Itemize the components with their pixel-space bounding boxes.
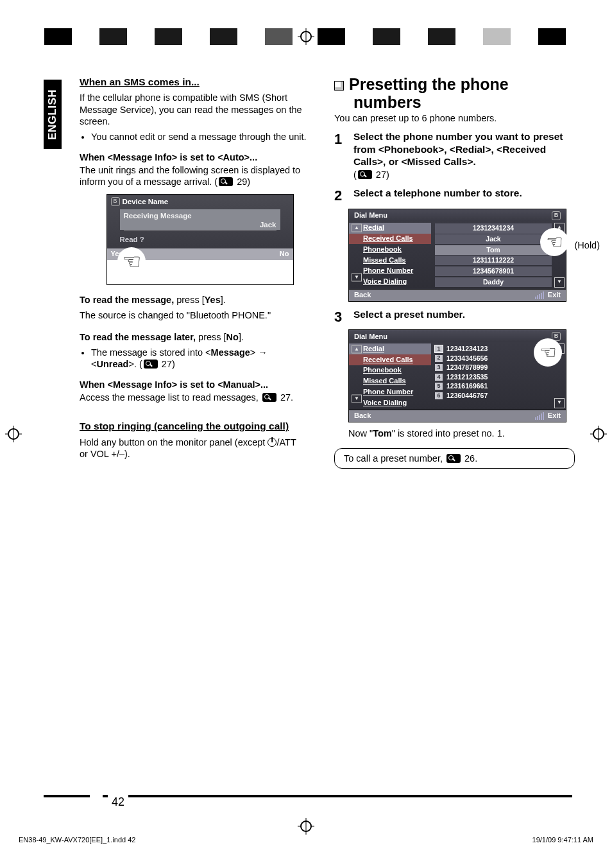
dial-menu-item[interactable]: Missed Calls: [349, 376, 431, 387]
arrow-right-icon: →: [258, 347, 268, 358]
phone-name[interactable]: Daddy: [435, 277, 552, 287]
para-preset-intro: You can preset up to 6 phone numbers.: [334, 112, 575, 124]
language-tab: ENGLISH: [44, 80, 62, 149]
reference-icon: [446, 454, 461, 463]
softkey-no[interactable]: No: [280, 250, 289, 259]
bluetooth-icon: B: [111, 197, 120, 206]
footer-right: 19/1/09 9:47:11 AM: [532, 836, 593, 845]
reference-icon: [144, 360, 158, 369]
dial-menu-item[interactable]: Received Calls: [349, 354, 431, 365]
subhead-manual: When <Message Info> is set to <Manual>..…: [80, 379, 320, 390]
dial-menu-item[interactable]: Phonebook: [349, 365, 431, 376]
hold-label: (Hold): [575, 239, 600, 251]
reference-icon: [219, 177, 233, 186]
bullet-list: You cannot edit or send a message throug…: [80, 131, 320, 143]
dial-menu-item[interactable]: ▼Voice Dialing: [349, 397, 431, 408]
section-box-icon: [334, 81, 344, 91]
phone-name[interactable]: Jack: [435, 234, 552, 244]
step-ref: ( 27): [353, 169, 575, 180]
scroll-down-icon[interactable]: ▼: [554, 398, 565, 408]
bullet-item: You cannot edit or send a message throug…: [91, 131, 320, 143]
print-footer: EN38-49_KW-AVX720[EE]_1.indd 42 19/1/09 …: [19, 836, 593, 845]
dial-menu-item[interactable]: Phonebook: [349, 244, 431, 255]
reg-squares-left: [44, 28, 294, 45]
screen-sender: Jack: [124, 220, 276, 229]
screen-device-name: Device Name: [123, 197, 169, 206]
para-stop: Hold any button on the monitor panel (ex…: [80, 437, 320, 460]
step-1: 1 Select the phone number you want to pr…: [334, 130, 575, 180]
preset-row[interactable]: 612360446767: [435, 392, 552, 400]
dial-screen-step2: Dial Menu B ▲Redial Received Calls Phone…: [348, 209, 566, 302]
preset-row[interactable]: 412312123535: [435, 373, 552, 381]
column-right: Presetting the phone numbers You can pre…: [334, 76, 575, 469]
section-title: Presetting the phone numbers: [334, 76, 575, 111]
column-left: When an SMS comes in... If the cellular …: [80, 76, 320, 469]
signal-icon: [535, 291, 544, 299]
para-auto: The unit rings and the following screen …: [80, 164, 320, 187]
para-intro: If the cellular phone is compatible with…: [80, 92, 320, 126]
step-number: 1: [334, 130, 347, 180]
softkey-exit[interactable]: Exit: [548, 291, 561, 300]
reference-icon: [358, 170, 372, 179]
tap-hand-icon: ☜: [540, 228, 568, 256]
screen-receiving: Receiving Message: [124, 211, 276, 220]
crosshair-icon: [298, 28, 314, 45]
heading-sms: When an SMS comes in...: [80, 76, 320, 88]
phone-name-selected[interactable]: Tom: [435, 245, 552, 255]
bullet-item: The message is stored into <Message> → <…: [91, 347, 320, 370]
power-icon: [268, 438, 276, 447]
preset-row[interactable]: 512316169661: [435, 382, 552, 390]
step-2: 2 Select a telephone number to store.: [334, 187, 575, 205]
step-heading: Select the phone number you want to pres…: [353, 130, 575, 168]
scroll-down-icon[interactable]: ▼: [554, 277, 565, 288]
dial-title: Dial Menu: [354, 333, 387, 342]
bullet-list-later: The message is stored into <Message> → <…: [80, 347, 320, 370]
note-box: To call a preset number, 26.: [334, 448, 575, 469]
softkey-back[interactable]: Back: [354, 412, 371, 421]
screen-read-prompt: Read ?: [120, 235, 280, 244]
dial-menu-item[interactable]: ▲Redial: [349, 343, 431, 354]
reference-icon: [262, 393, 276, 402]
softkey-exit[interactable]: Exit: [548, 412, 561, 421]
up-arrow-icon[interactable]: ▲: [352, 224, 362, 232]
down-arrow-icon[interactable]: ▼: [352, 394, 362, 403]
footer-left: EN38-49_KW-AVX720[EE]_1.indd 42: [19, 836, 135, 845]
preset-row[interactable]: 312347878999: [435, 363, 552, 372]
crosshair-icon: [590, 426, 607, 442]
dial-title: Dial Menu: [354, 211, 387, 220]
signal-icon: [535, 412, 544, 420]
subhead-auto: When <Message Info> is set to <Auto>...: [80, 152, 320, 163]
step-number: 2: [334, 187, 347, 205]
dial-screen-step3: Dial Menu B ▲Redial Received Calls Phone…: [348, 329, 566, 422]
tap-hand-icon: ☜: [117, 247, 146, 275]
phone-number[interactable]: 12311112222: [435, 256, 552, 265]
crosshair-icon: [5, 426, 22, 442]
up-arrow-icon[interactable]: ▲: [352, 345, 362, 353]
dial-menu-item[interactable]: Missed Calls: [349, 255, 431, 266]
softkey-back[interactable]: Back: [354, 291, 371, 300]
sms-screen-mock: B Device Name Receiving Message Jack Rea…: [106, 194, 294, 284]
para-result: Now "Tom" is stored into preset no. 1.: [348, 428, 575, 439]
down-arrow-icon[interactable]: ▼: [352, 273, 362, 282]
step-heading: Select a telephone number to store.: [353, 187, 575, 199]
bluetooth-icon: B: [552, 211, 561, 220]
page-number: 42: [108, 795, 128, 810]
page-content: ENGLISH When an SMS comes in... If the c…: [44, 76, 575, 810]
para-read: To read the message, press [Yes].: [80, 294, 320, 306]
dial-menu-item[interactable]: ▲Redial: [349, 223, 431, 234]
phone-number[interactable]: 12345678901: [435, 266, 552, 276]
reg-squares-right: [318, 28, 568, 45]
para-later: To read the message later, press [No].: [80, 331, 320, 343]
step-number: 3: [334, 308, 347, 326]
dial-menu-item[interactable]: ▼Voice Dialing: [349, 277, 431, 288]
step-heading: Select a preset number.: [353, 308, 575, 320]
step-3: 3 Select a preset number.: [334, 308, 575, 326]
para-source: The source is changed to "Bluetooth PHON…: [80, 309, 320, 321]
para-manual: Access the message list to read messages…: [80, 392, 320, 403]
heading-stop: To stop ringing (canceling the outgoing …: [80, 420, 320, 432]
dial-menu-item[interactable]: Received Calls: [349, 234, 431, 245]
crosshair-icon: [298, 818, 314, 835]
phone-number[interactable]: 12312341234: [435, 223, 552, 233]
